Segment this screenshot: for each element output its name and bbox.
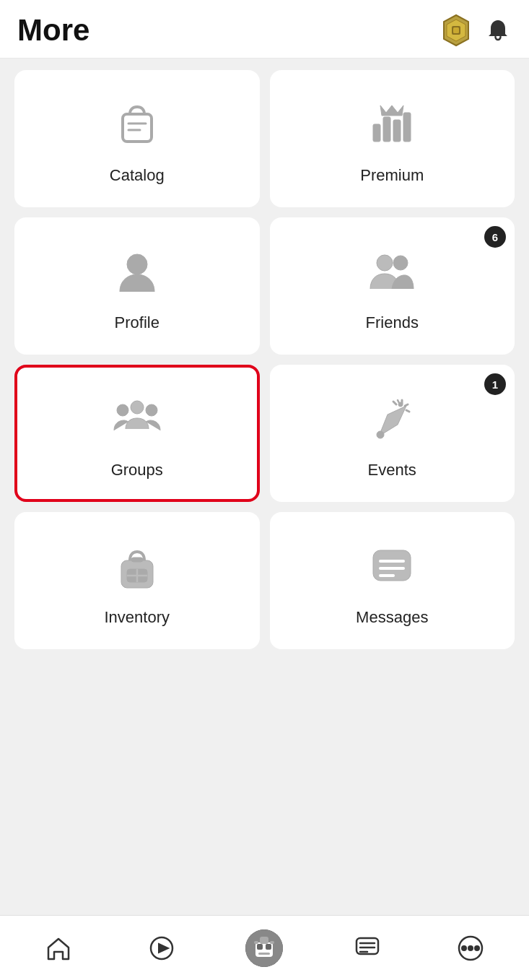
messages-icon-wrap xyxy=(366,539,418,597)
messages-tile[interactable]: Messages xyxy=(270,512,515,649)
groups-icon xyxy=(111,394,163,446)
home-icon xyxy=(45,935,72,962)
svg-marker-35 xyxy=(159,944,168,953)
profile-icon-wrap xyxy=(111,244,163,302)
nav-more[interactable] xyxy=(419,935,522,962)
svg-rect-4 xyxy=(123,114,152,142)
grid: Catalog Premium xyxy=(14,70,515,649)
events-badge: 1 xyxy=(484,373,506,395)
svg-rect-10 xyxy=(403,113,411,142)
svg-rect-7 xyxy=(373,124,380,142)
catalog-label: Catalog xyxy=(110,166,165,185)
svg-line-22 xyxy=(405,404,408,406)
avatar-image xyxy=(245,929,283,967)
svg-line-24 xyxy=(398,400,399,403)
svg-marker-17 xyxy=(379,406,406,436)
profile-label: Profile xyxy=(115,313,159,332)
inventory-icon xyxy=(111,542,163,594)
svg-rect-42 xyxy=(254,941,258,944)
profile-icon xyxy=(111,247,163,299)
friends-icon-wrap xyxy=(366,244,418,302)
svg-point-16 xyxy=(146,404,157,416)
inventory-icon-wrap xyxy=(111,539,163,597)
svg-line-20 xyxy=(393,402,396,404)
events-icon-wrap xyxy=(366,391,418,449)
play-icon xyxy=(148,935,175,962)
svg-rect-9 xyxy=(393,120,401,142)
premium-tile[interactable]: Premium xyxy=(270,70,515,207)
nav-play[interactable] xyxy=(110,935,214,962)
profile-tile[interactable]: Profile xyxy=(14,217,260,355)
more-icon xyxy=(457,935,484,962)
catalog-tile[interactable]: Catalog xyxy=(14,70,260,207)
friends-label: Friends xyxy=(366,313,419,332)
catalog-icon xyxy=(111,100,163,152)
bottom-nav xyxy=(0,915,529,980)
notification-bell-icon[interactable] xyxy=(484,17,512,44)
premium-label: Premium xyxy=(360,166,424,185)
nav-chat[interactable] xyxy=(316,935,419,962)
svg-rect-40 xyxy=(258,953,270,955)
svg-rect-8 xyxy=(383,117,390,142)
events-icon xyxy=(366,394,418,446)
events-label: Events xyxy=(368,461,416,480)
svg-rect-38 xyxy=(257,944,263,950)
inventory-label: Inventory xyxy=(105,608,170,627)
svg-rect-3 xyxy=(453,27,459,33)
svg-point-14 xyxy=(131,401,144,414)
robux-icon[interactable] xyxy=(440,14,473,47)
avatar[interactable] xyxy=(245,929,283,967)
premium-icon-wrap xyxy=(366,97,418,155)
friends-badge: 6 xyxy=(484,226,506,248)
premium-icon xyxy=(366,100,418,152)
svg-point-13 xyxy=(393,256,408,270)
svg-rect-29 xyxy=(131,558,143,562)
messages-icon xyxy=(366,542,418,594)
inventory-tile[interactable]: Inventory xyxy=(14,512,260,649)
svg-point-11 xyxy=(127,254,147,274)
chat-icon xyxy=(354,935,381,962)
svg-point-18 xyxy=(377,431,384,438)
svg-point-48 xyxy=(462,946,466,950)
nav-home[interactable] xyxy=(7,935,110,962)
groups-icon-wrap xyxy=(111,391,163,449)
svg-point-12 xyxy=(377,255,393,271)
friends-tile[interactable]: 6 Friends xyxy=(270,217,515,355)
groups-tile[interactable]: Groups xyxy=(14,365,260,502)
svg-rect-43 xyxy=(270,941,274,944)
svg-rect-39 xyxy=(266,944,271,950)
messages-label: Messages xyxy=(356,608,428,627)
main-content: Catalog Premium xyxy=(0,58,529,915)
friends-icon xyxy=(366,247,418,299)
svg-point-49 xyxy=(468,946,473,950)
header-icons xyxy=(440,14,512,47)
svg-rect-41 xyxy=(260,937,268,944)
catalog-icon-wrap xyxy=(111,97,163,155)
avatar-svg xyxy=(245,929,283,967)
svg-point-15 xyxy=(117,404,128,416)
groups-label: Groups xyxy=(111,461,163,480)
svg-point-50 xyxy=(475,946,479,950)
nav-avatar[interactable] xyxy=(213,929,316,967)
events-tile[interactable]: 1 Events xyxy=(270,365,515,502)
header: More xyxy=(0,0,529,58)
page-title: More xyxy=(17,13,89,48)
svg-line-23 xyxy=(406,410,409,412)
